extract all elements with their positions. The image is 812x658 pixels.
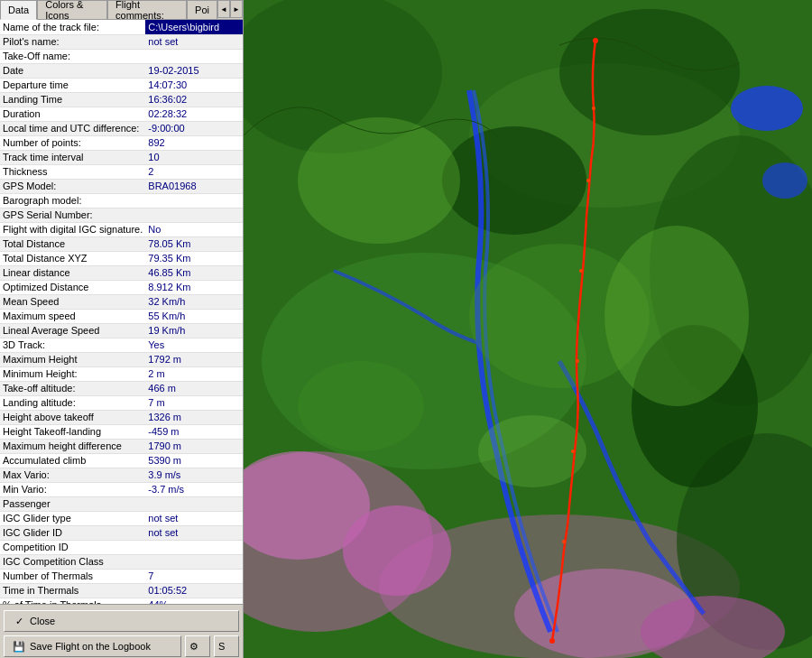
svg-point-25: [579, 269, 583, 273]
row-value: 1790 m: [145, 439, 243, 453]
map-panel: [244, 0, 812, 658]
row-label: Name of the track file:: [0, 20, 145, 34]
row-value: -459 m: [145, 424, 243, 439]
row-value: 2 m: [145, 366, 243, 381]
row-label: Min Vario:: [0, 482, 145, 496]
row-value: 19 Km/h: [145, 323, 243, 338]
table-row: Accumulated climb5390 m: [0, 453, 243, 468]
row-label: Thickness: [0, 164, 145, 179]
tab-flight-comments[interactable]: Flight comments:: [107, 0, 187, 19]
table-row: GPS Serial Number:: [0, 208, 243, 222]
tab-poi-label: Poi: [195, 5, 209, 15]
row-label: Duration: [0, 107, 145, 121]
table-row: Maximum height difference1790 m: [0, 439, 243, 453]
row-label: GPS Serial Number:: [0, 208, 145, 222]
tab-data[interactable]: Data: [0, 0, 37, 20]
row-label: Number of Thermals: [0, 569, 145, 583]
table-row: Mean Speed32 Km/h: [0, 294, 243, 309]
row-value: 79.35 Km: [145, 251, 243, 265]
map-svg: [244, 0, 812, 658]
settings-button[interactable]: ⚙: [185, 635, 210, 657]
tab-colors-icons[interactable]: Colors & Icons: [37, 0, 107, 19]
table-row: Number of points:892: [0, 135, 243, 150]
row-label: % of Time in Thermals: [0, 598, 145, 604]
row-label: Landing Time: [0, 92, 145, 107]
row-value: 8.912 Km: [145, 280, 243, 294]
checkmark-icon: ✓: [12, 614, 26, 628]
svg-point-12: [442, 126, 586, 235]
row-label: Lineal Average Speed: [0, 323, 145, 338]
table-row: % of Time in Thermals44%: [0, 598, 243, 604]
table-row: Competition ID: [0, 540, 243, 554]
table-row: Minimum Height:2 m: [0, 366, 243, 381]
row-label: Pilot's name:: [0, 34, 145, 49]
table-row: Height above takeoff1326 m: [0, 410, 243, 424]
row-label: 3D Track:: [0, 338, 145, 352]
row-label: Flight with digital IGC signature.: [0, 222, 145, 236]
row-label: Number of points:: [0, 135, 145, 150]
bottom-bar: ✓ Close 💾 Save Flight on the Logbook ⚙ S: [0, 604, 243, 658]
svg-point-19: [604, 226, 749, 406]
extra-button[interactable]: S: [214, 635, 239, 657]
row-value: -3.7 m/s: [145, 482, 243, 496]
svg-point-20: [478, 415, 586, 487]
row-value: 01:05:52: [145, 583, 243, 598]
table-row: IGC Glider typenot set: [0, 511, 243, 525]
row-value: 02:28:32: [145, 107, 243, 121]
row-label: Passenger: [0, 496, 145, 511]
data-table: Name of the track file:C:\Users\bigbirdP…: [0, 20, 243, 604]
row-label: Maximum height difference: [0, 439, 145, 453]
save-icon: 💾: [12, 639, 26, 653]
table-row: Time in Thermals01:05:52: [0, 583, 243, 598]
row-label: Minimum Height:: [0, 366, 145, 381]
table-row: Duration02:28:32: [0, 107, 243, 121]
svg-point-17: [298, 117, 460, 244]
row-label: GPS Model:: [0, 179, 145, 193]
svg-point-22: [593, 38, 598, 43]
row-value: 10: [145, 150, 243, 164]
close-button[interactable]: ✓ Close: [4, 610, 239, 632]
settings-icon: ⚙: [189, 641, 198, 653]
tab-comments-label: Flight comments:: [115, 0, 179, 21]
row-value: 14:07:30: [145, 78, 243, 92]
table-row: GPS Model:BRA01968: [0, 179, 243, 193]
row-value: 46.85 Km: [145, 265, 243, 280]
table-row: Optimized Distance8.912 Km: [0, 280, 243, 294]
svg-point-29: [549, 638, 555, 644]
table-row: Max Vario:3.9 m/s: [0, 468, 243, 482]
row-label: IGC Glider ID: [0, 525, 145, 540]
row-value: 1792 m: [145, 352, 243, 366]
tab-next-btn[interactable]: ►: [230, 0, 243, 18]
row-label: Take-Off name:: [0, 49, 145, 63]
tab-prev-btn[interactable]: ◄: [217, 0, 230, 18]
row-label: Total Distance: [0, 236, 145, 251]
table-row: IGC Glider IDnot set: [0, 525, 243, 540]
row-label: Maximum speed: [0, 309, 145, 323]
row-value: C:\Users\bigbird: [145, 20, 243, 34]
row-value: [145, 193, 243, 208]
row-label: Height Takeoff-landing: [0, 424, 145, 439]
table-row: Take-off altitude:466 m: [0, 381, 243, 395]
table-row: Number of Thermals7: [0, 569, 243, 583]
row-value: 892: [145, 135, 243, 150]
save-flight-button[interactable]: 💾 Save Flight on the Logbook: [4, 635, 181, 657]
svg-point-28: [562, 540, 566, 543]
table-row: Date19-02-2015: [0, 63, 243, 78]
row-value: 7 m: [145, 395, 243, 410]
close-label: Close: [30, 616, 55, 626]
row-label: Max Vario:: [0, 468, 145, 482]
row-label: Competition ID: [0, 540, 145, 554]
tab-data-label: Data: [8, 5, 29, 15]
tab-poi[interactable]: Poi: [187, 0, 217, 19]
row-value: 2: [145, 164, 243, 179]
table-row: Maximum speed55 Km/h: [0, 309, 243, 323]
row-value: 466 m: [145, 381, 243, 395]
table-row: IGC Competition Class: [0, 554, 243, 569]
table-row: 3D Track:Yes: [0, 338, 243, 352]
row-label: Departure time: [0, 78, 145, 92]
svg-point-27: [571, 449, 575, 453]
svg-point-23: [592, 107, 595, 110]
table-row: Track time interval10: [0, 150, 243, 164]
row-value: [145, 49, 243, 63]
row-label: Landing altitude:: [0, 395, 145, 410]
